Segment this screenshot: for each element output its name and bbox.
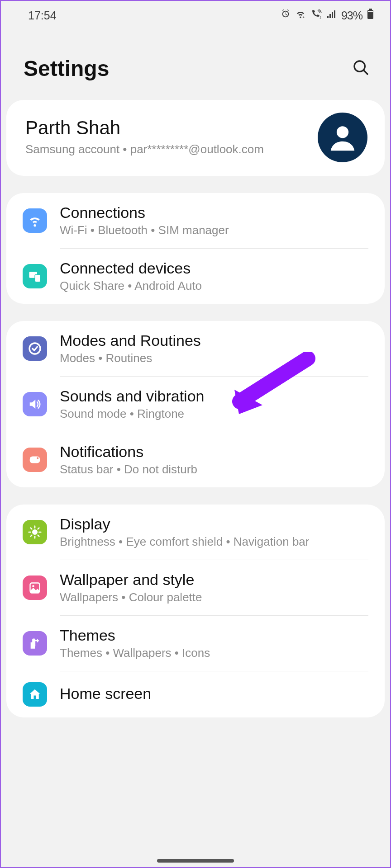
svg-rect-29 (32, 639, 35, 647)
row-title: Notifications (60, 443, 368, 461)
notif-icon (23, 448, 47, 472)
row-title: Sounds and vibration (60, 387, 368, 405)
status-time: 17:54 (28, 9, 57, 22)
settings-row-connections[interactable]: ConnectionsWi-Fi • Bluetooth • SIM manag… (6, 193, 385, 248)
svg-point-9 (354, 61, 365, 71)
avatar (318, 113, 367, 162)
svg-text:+: + (303, 15, 305, 19)
nav-handle[interactable] (157, 859, 234, 863)
row-subtitle: Status bar • Do not disturb (60, 462, 368, 476)
svg-point-11 (337, 126, 348, 138)
row-title: Wallpaper and style (60, 571, 368, 589)
status-bar: 17:54 + 1 93% (1, 1, 390, 28)
account-card[interactable]: Parth Shah Samsung account • par********… (6, 100, 385, 176)
status-icons: + 1 93% (281, 9, 374, 22)
routines-icon (23, 336, 47, 361)
svg-rect-4 (332, 12, 333, 18)
row-subtitle: Sound mode • Ringtone (60, 407, 368, 421)
settings-row-modes-and-routines[interactable]: Modes and RoutinesModes • Routines (6, 321, 385, 376)
row-subtitle: Themes • Wallpapers • Icons (60, 646, 368, 660)
svg-rect-2 (327, 16, 329, 18)
signal-icon (327, 9, 337, 22)
row-subtitle: Quick Share • Android Auto (60, 279, 368, 293)
row-title: Connected devices (60, 259, 368, 277)
wifi-icon: + (295, 9, 306, 22)
row-subtitle: Brightness • Eye comfort shield • Naviga… (60, 535, 368, 549)
search-button[interactable] (348, 55, 374, 82)
settings-group: DisplayBrightness • Eye comfort shield •… (6, 505, 385, 717)
page-title: Settings (24, 56, 109, 81)
svg-line-26 (38, 528, 39, 529)
devices-icon (23, 264, 47, 288)
svg-rect-3 (329, 14, 331, 18)
svg-line-25 (31, 535, 32, 537)
volte-icon: 1 (310, 9, 322, 22)
settings-row-sounds-and-vibration[interactable]: Sounds and vibrationSound mode • Rington… (6, 377, 385, 432)
svg-rect-6 (369, 9, 372, 10)
row-title: Home screen (60, 685, 368, 703)
sound-icon (23, 392, 47, 416)
account-name: Parth Shah (25, 117, 309, 139)
svg-point-28 (32, 585, 34, 587)
themes-icon (23, 631, 47, 656)
row-title: Connections (60, 204, 368, 222)
svg-point-18 (32, 529, 38, 535)
header: Settings (1, 28, 390, 100)
svg-text:1: 1 (319, 16, 321, 19)
row-subtitle: Wi-Fi • Bluetooth • SIM manager (60, 223, 368, 237)
settings-row-display[interactable]: DisplayBrightness • Eye comfort shield •… (6, 505, 385, 560)
battery-percent: 93% (341, 9, 362, 22)
search-icon (352, 71, 370, 78)
row-title: Themes (60, 627, 368, 644)
settings-row-connected-devices[interactable]: Connected devicesQuick Share • Android A… (6, 249, 385, 304)
battery-icon (367, 9, 374, 22)
svg-rect-5 (334, 10, 335, 18)
display-icon (23, 520, 47, 544)
account-subtitle: Samsung account • par*********@outlook.c… (25, 142, 309, 157)
wifi-icon (23, 208, 47, 233)
svg-line-24 (38, 535, 39, 537)
row-subtitle: Wallpapers • Colour palette (60, 590, 368, 604)
svg-rect-8 (368, 11, 373, 12)
svg-line-23 (31, 528, 32, 529)
alarm-icon (281, 9, 291, 22)
row-title: Display (60, 515, 368, 533)
settings-row-home-screen[interactable]: Home screen (6, 671, 385, 717)
row-title: Modes and Routines (60, 332, 368, 349)
settings-row-wallpaper-and-style[interactable]: Wallpaper and styleWallpapers • Colour p… (6, 560, 385, 615)
home-icon (23, 682, 47, 707)
settings-row-themes[interactable]: ThemesThemes • Wallpapers • Icons (6, 616, 385, 671)
settings-row-notifications[interactable]: NotificationsStatus bar • Do not disturb (6, 432, 385, 487)
svg-line-10 (363, 70, 368, 75)
settings-group: Modes and RoutinesModes • RoutinesSounds… (6, 321, 385, 487)
settings-group: ConnectionsWi-Fi • Bluetooth • SIM manag… (6, 193, 385, 304)
svg-rect-13 (35, 274, 41, 282)
wallpaper-icon (23, 576, 47, 600)
row-subtitle: Modes • Routines (60, 351, 368, 365)
